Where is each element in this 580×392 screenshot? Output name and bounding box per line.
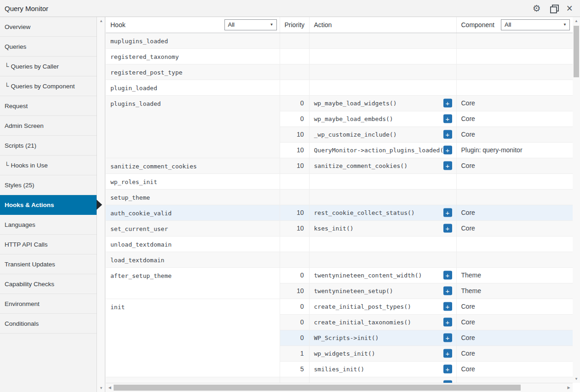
- sidebar-item-label: Queries by Caller: [11, 63, 59, 70]
- expand-action-button[interactable]: +: [443, 99, 452, 108]
- horizontal-scrollbar-thumb[interactable]: [114, 385, 521, 391]
- sidebar-item-label: Environment: [5, 300, 40, 307]
- action-cell: twentynineteen_content_width()+: [309, 267, 456, 283]
- action-cell: twentynineteen_setup()+: [309, 283, 456, 299]
- action-cell: wp_maybe_load_widgets()+: [309, 95, 456, 111]
- component-cell: Core: [456, 361, 573, 377]
- vertical-scrollbar: ▲ ▼: [573, 17, 580, 383]
- action-cell: QueryMonitor->action_plugins_loaded()+: [309, 142, 456, 158]
- component-cell: Core: [456, 95, 573, 111]
- sidebar-item-queries-by-caller[interactable]: └Queries by Caller: [0, 57, 97, 76]
- action-cell: [309, 252, 456, 267]
- sidebar-item-scripts[interactable]: Scripts (21): [0, 136, 97, 156]
- action-name: WP_Scripts->init(): [314, 334, 379, 341]
- component-cell: [456, 48, 573, 64]
- sidebar-item-hooks-actions[interactable]: Hooks & Actions: [0, 195, 97, 215]
- component-cell: [456, 33, 573, 48]
- action-cell: sanitize_comment_cookies()+: [309, 158, 456, 173]
- sidebar-item-label: Hooks in Use: [11, 162, 48, 169]
- sidebar-item-label: HTTP API Calls: [5, 241, 48, 248]
- vertical-scrollbar-thumb[interactable]: [574, 26, 579, 77]
- action-name: QueryMonitor->action_plugins_loaded(): [314, 147, 448, 154]
- component-filter-select[interactable]: All ▼: [501, 19, 570, 30]
- sidebar-item-request[interactable]: Request: [0, 96, 97, 116]
- expand-action-button[interactable]: +: [443, 115, 452, 123]
- scroll-down-icon[interactable]: ▼: [573, 375, 580, 383]
- action-name: create_initial_post_types(): [314, 303, 411, 310]
- settings-icon[interactable]: ⚙: [533, 4, 541, 13]
- hook-name: muplugins_loaded: [110, 38, 168, 45]
- action-name: kses_init(): [314, 225, 354, 232]
- hook-filter-select[interactable]: All ▼: [224, 19, 277, 30]
- child-item-prefix-icon: └: [5, 162, 9, 169]
- sidebar-item-label: Queries by Component: [11, 83, 75, 90]
- sidebar-item-conditionals[interactable]: Conditionals: [0, 314, 97, 334]
- expand-action-button[interactable]: +: [443, 130, 452, 139]
- priority-cell: 0: [280, 299, 309, 314]
- titlebar-icons: ⚙ ×: [533, 4, 580, 13]
- sidebar-item-overview[interactable]: Overview: [0, 17, 97, 37]
- close-icon[interactable]: ×: [567, 5, 573, 12]
- table-row: setup_theme: [106, 189, 573, 205]
- scroll-right-icon[interactable]: ▶: [565, 383, 573, 392]
- action-cell: create_initial_taxonomies()+: [309, 314, 456, 330]
- sidebar-item-capability-checks[interactable]: Capability Checks: [0, 274, 97, 294]
- expand-action-button[interactable]: +: [443, 208, 452, 217]
- hooks-panel: Hook All ▼ Priority Action Component All: [106, 17, 573, 383]
- sidebar-item-hooks-in-use[interactable]: └Hooks in Use: [0, 156, 97, 175]
- sidebar-item-admin-screen[interactable]: Admin Screen: [0, 116, 97, 136]
- child-item-prefix-icon: └: [5, 83, 9, 90]
- sidebar-item-label: Scripts (21): [5, 142, 36, 149]
- sidebar-item-queries[interactable]: Queries: [0, 37, 97, 57]
- expand-action-button[interactable]: +: [443, 161, 452, 170]
- expand-action-button[interactable]: +: [443, 287, 452, 295]
- action-cell: [309, 173, 456, 189]
- action-name: _wp_customize_include(): [314, 131, 397, 138]
- sidebar-item-transient-updates[interactable]: Transient Updates: [0, 254, 97, 274]
- hook-cell: set_current_user: [106, 220, 280, 236]
- hook-cell: after_setup_theme: [106, 267, 280, 299]
- popout-icon[interactable]: [550, 5, 557, 12]
- hook-cell: load_textdomain: [106, 252, 280, 267]
- priority-cell: 10: [280, 205, 309, 220]
- page-title: Query Monitor: [0, 5, 48, 12]
- action-cell: rest_cookie_collect_status()+: [309, 205, 456, 220]
- priority-cell: 10: [280, 220, 309, 236]
- scroll-up-icon[interactable]: ▲: [573, 17, 580, 25]
- expand-action-button[interactable]: +: [443, 302, 452, 311]
- expand-action-button[interactable]: +: [443, 365, 452, 374]
- scroll-down-icon[interactable]: ▼: [98, 384, 105, 392]
- sidebar-item-label: Hooks & Actions: [5, 202, 54, 208]
- sidebar-item-label: Styles (25): [5, 182, 34, 189]
- hook-cell: unload_textdomain: [106, 236, 280, 252]
- sidebar-item-queries-by-component[interactable]: └Queries by Component: [0, 76, 97, 96]
- priority-cell: [280, 80, 309, 95]
- scroll-up-icon[interactable]: ▲: [98, 17, 105, 25]
- component-cell: [456, 80, 573, 95]
- expand-action-button[interactable]: +: [443, 349, 452, 358]
- sidebar-item-environment[interactable]: Environment: [0, 294, 97, 314]
- priority-cell: 1: [280, 346, 309, 361]
- expand-action-button[interactable]: +: [443, 318, 452, 327]
- priority-cell: [280, 173, 309, 189]
- expand-action-button[interactable]: +: [443, 271, 452, 280]
- expand-action-button[interactable]: +: [443, 334, 452, 342]
- child-item-prefix-icon: └: [5, 63, 9, 70]
- action-cell: WP_Scripts->init()+: [309, 330, 456, 346]
- sidebar-item-http-api-calls[interactable]: HTTP API Calls: [0, 235, 97, 254]
- sidebar-item-languages[interactable]: Languages: [0, 215, 97, 235]
- table-row: load_textdomain: [106, 252, 573, 267]
- sidebar-item-styles[interactable]: Styles (25): [0, 175, 97, 195]
- action-cell: wp_widgets_init()+: [309, 346, 456, 361]
- expand-action-button[interactable]: +: [443, 224, 452, 233]
- sidebar-item-label: Transient Updates: [5, 261, 55, 268]
- scroll-left-icon[interactable]: ◀: [106, 383, 114, 392]
- expand-action-button[interactable]: +: [443, 146, 452, 155]
- component-header-label: Component: [461, 21, 494, 29]
- component-cell: Core: [456, 330, 573, 346]
- sidebar-item-label: Capability Checks: [5, 281, 54, 288]
- priority-cell: [280, 252, 309, 267]
- hook-filter-value: All: [228, 21, 235, 28]
- table-row: registered_taxonomy: [106, 48, 573, 64]
- table-row: after_setup_theme0twentynineteen_content…: [106, 267, 573, 283]
